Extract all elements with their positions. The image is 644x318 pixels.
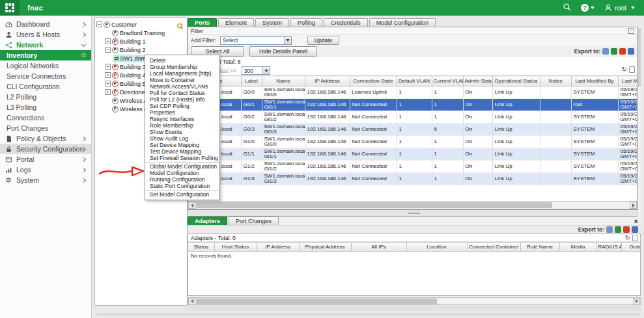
- column-header[interactable]: Rule Name: [520, 243, 559, 252]
- column-header[interactable]: Notes: [540, 76, 571, 86]
- close-icon[interactable]: ×: [634, 218, 638, 224]
- table-settings-icon[interactable]: [629, 66, 635, 73]
- expander-icon[interactable]: +: [105, 81, 111, 86]
- port-row[interactable]: SW1.domain.local G0/2 SW1.domain.local G…: [188, 111, 637, 124]
- context-menu-item[interactable]: Poll for Contact Status: [145, 90, 219, 96]
- context-menu-item[interactable]: Test Device Mapping: [145, 148, 219, 155]
- page-size-select[interactable]: 300: [242, 66, 270, 75]
- refresh-icon[interactable]: ↻: [622, 66, 627, 73]
- sidebar-item-cli-configuration[interactable]: CLI Configuration: [0, 81, 91, 92]
- column-header[interactable]: Default VLAN: [397, 76, 432, 86]
- add-filter-select[interactable]: Select: [220, 36, 292, 45]
- sidebar-item-l2-polling[interactable]: L2 Polling: [0, 92, 91, 102]
- port-row[interactable]: SW1.domain.local G1/1 SW1.domain.local G…: [188, 148, 637, 161]
- expander-icon[interactable]: −: [105, 47, 111, 53]
- expander-icon[interactable]: +: [105, 72, 111, 78]
- hide-details-panel-button[interactable]: Hide Details Panel: [249, 46, 317, 57]
- expander-icon[interactable]: [105, 106, 111, 112]
- context-menu-item[interactable]: Properties: [145, 109, 219, 116]
- sidebar-item-users-hosts[interactable]: Users & Hosts: [0, 29, 91, 40]
- scroll-left-button[interactable]: [188, 202, 195, 209]
- column-header[interactable]: IP Address: [257, 243, 299, 252]
- context-menu-item[interactable]: Local Management (http): [145, 70, 219, 77]
- expander-icon[interactable]: +: [105, 64, 111, 70]
- tree-search-icon[interactable]: [176, 21, 184, 33]
- table-settings-icon[interactable]: [632, 235, 638, 241]
- column-header[interactable]: Host Status: [214, 243, 257, 252]
- column-header[interactable]: Location: [406, 243, 467, 252]
- context-menu-item[interactable]: Static Port Configuration: [145, 183, 219, 189]
- port-row[interactable]: SW1.domain.local G0/1 SW1.domain.local G…: [188, 99, 637, 111]
- tree-node-customer[interactable]: − P Customer: [96, 20, 186, 29]
- scroll-left-button[interactable]: [188, 298, 195, 305]
- user-menu[interactable]: root: [604, 4, 635, 12]
- expander-icon[interactable]: −: [96, 21, 102, 27]
- panel-resize-divider[interactable]: [188, 209, 641, 217]
- column-header[interactable]: Last Modified By: [571, 76, 618, 86]
- refresh-icon[interactable]: ↻: [625, 235, 630, 241]
- context-menu-item[interactable]: Set Firewall Session Polling: [145, 155, 219, 161]
- port-row[interactable]: SW1.domain.local G1/0 SW1.domain.local G…: [188, 136, 637, 148]
- horizontal-scrollbar[interactable]: [188, 201, 637, 209]
- help-menu[interactable]: ?: [581, 4, 595, 12]
- export-rtf-icon[interactable]: [632, 226, 638, 233]
- resize-grip[interactable]: [408, 213, 420, 214]
- sidebar-item-logs[interactable]: Logs: [0, 165, 91, 175]
- context-menu-item[interactable]: Group Membership: [145, 64, 219, 70]
- context-menu-item[interactable]: Set Device Mapping: [145, 142, 219, 148]
- star-icon[interactable]: ☆: [80, 51, 87, 59]
- export-csv-icon[interactable]: [602, 48, 609, 55]
- last-page-link[interactable]: last >>: [219, 68, 236, 74]
- update-button[interactable]: Update: [307, 36, 339, 45]
- sidebar-item-portal[interactable]: Portal: [0, 154, 91, 165]
- context-menu-item[interactable]: Role Membership: [145, 122, 219, 129]
- column-header[interactable]: Label: [241, 76, 262, 86]
- search-icon[interactable]: [563, 2, 571, 14]
- context-menu-item[interactable]: Resync Interfaces: [145, 116, 219, 122]
- column-header[interactable]: All IPs: [351, 243, 406, 252]
- tab[interactable]: Credentials: [324, 18, 368, 27]
- page-horizontal-scrollbar[interactable]: [96, 313, 641, 316]
- tree-node-bradford-training[interactable]: P Bradford Training: [96, 29, 186, 37]
- sidebar-item-l3-polling[interactable]: L3 Polling: [0, 102, 91, 113]
- vertical-scrollbar[interactable]: [637, 27, 641, 217]
- sidebar-item-system[interactable]: ⚙ System: [0, 175, 91, 185]
- column-header[interactable]: Connection State: [350, 76, 397, 86]
- sidebar-item-logical-networks[interactable]: Logical Networks: [0, 60, 91, 71]
- column-header[interactable]: Media: [559, 243, 596, 252]
- horizontal-scrollbar[interactable]: [188, 297, 641, 305]
- context-menu-item[interactable]: Set CDP Polling: [145, 103, 219, 109]
- port-row[interactable]: SW1.domain.local G1/2 SW1.domain.local G…: [188, 161, 637, 173]
- export-rtf-icon[interactable]: [628, 48, 634, 55]
- context-menu-item[interactable]: Model Configuration: [145, 170, 219, 176]
- column-header[interactable]: Operational Status: [492, 76, 540, 86]
- collapse-filter-icon[interactable]: −: [628, 28, 634, 34]
- port-row[interactable]: SW1.domain.local G1/3 SW1.domain.local G…: [188, 173, 637, 185]
- sidebar-item-policy-objects[interactable]: Policy & Objects: [0, 133, 91, 144]
- scroll-right-button[interactable]: [633, 298, 640, 305]
- export-excel-icon[interactable]: [611, 48, 617, 55]
- column-header[interactable]: Admin Status: [463, 76, 492, 86]
- port-row[interactable]: SW1.domain.local G0/3 SW1.domain.local G…: [188, 124, 637, 136]
- context-menu-item[interactable]: Show Audit Log: [145, 135, 219, 142]
- context-menu-item[interactable]: Poll for L2 (Hosts) Info: [145, 96, 219, 103]
- sidebar-item-service-connectors[interactable]: Service Connectors: [0, 71, 91, 81]
- sidebar-item-dashboard[interactable]: Dashboard: [0, 19, 91, 29]
- export-csv-icon[interactable]: [606, 226, 613, 233]
- sidebar-item-inventory[interactable]: Inventory ☆: [0, 50, 91, 60]
- column-header[interactable]: Physical Address: [299, 243, 351, 252]
- column-header[interactable]: Name: [262, 76, 305, 86]
- column-header[interactable]: Current VLAN: [432, 76, 463, 86]
- scrollbar-thumb[interactable]: [638, 28, 641, 86]
- expander-icon[interactable]: +: [105, 38, 111, 44]
- tab[interactable]: Model Configuration: [369, 18, 436, 27]
- context-menu-item[interactable]: Running Configuration: [145, 176, 219, 183]
- tab[interactable]: Polling: [290, 18, 322, 27]
- scroll-right-button[interactable]: [630, 202, 637, 209]
- sidebar-item-network[interactable]: Network: [0, 40, 91, 50]
- context-menu-item[interactable]: Set Model Configuration: [145, 191, 219, 198]
- expander-icon[interactable]: [105, 98, 111, 103]
- column-header[interactable]: Connected Container: [467, 243, 520, 252]
- export-excel-icon[interactable]: [615, 226, 621, 233]
- tab[interactable]: Ports: [188, 18, 217, 27]
